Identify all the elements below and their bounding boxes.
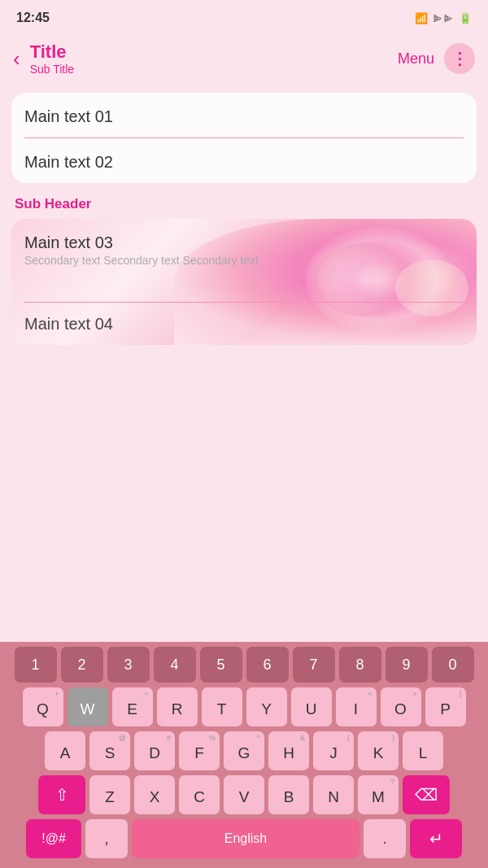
key-p[interactable]: [ P bbox=[425, 687, 466, 726]
key-l[interactable]: L bbox=[403, 731, 443, 770]
char-s: S bbox=[105, 744, 115, 762]
sub-char-o: > bbox=[412, 690, 416, 698]
main-text-1: Main text 01 bbox=[24, 107, 464, 126]
sub-char-h: & bbox=[300, 734, 305, 742]
key-q[interactable]: + Q bbox=[23, 687, 63, 726]
key-x[interactable]: X bbox=[134, 775, 175, 814]
wifi-icon: 📶 bbox=[415, 12, 428, 24]
key-7[interactable]: 7 bbox=[293, 647, 335, 683]
char-p: P bbox=[440, 700, 451, 718]
key-g[interactable]: ^ G bbox=[224, 731, 264, 770]
keyboard-row-asdf: A @ S # D % F ^ G & H ( J ) K bbox=[3, 731, 485, 770]
delete-key[interactable]: ⌫ bbox=[403, 775, 450, 814]
key-u[interactable]: U bbox=[291, 687, 332, 726]
key-1[interactable]: 1 bbox=[15, 647, 57, 683]
key-z[interactable]: Z bbox=[89, 775, 130, 814]
key-d[interactable]: # D bbox=[134, 731, 175, 770]
app-subtitle: Sub Title bbox=[30, 63, 398, 76]
char-d: D bbox=[149, 744, 160, 762]
secondary-text-3: Secondary text Secondary text Secondary … bbox=[24, 254, 464, 267]
sub-char-p: [ bbox=[460, 690, 462, 698]
key-r[interactable]: R bbox=[157, 687, 198, 726]
card-divider bbox=[24, 302, 464, 303]
key-4[interactable]: 4 bbox=[154, 647, 196, 683]
battery-icon: 🔋 bbox=[459, 12, 472, 24]
char-h: H bbox=[283, 744, 294, 762]
key-j[interactable]: ( J bbox=[313, 731, 354, 770]
list-item-1[interactable]: Main text 01 bbox=[24, 93, 464, 138]
card-content: Main text 03 Secondary text Secondary te… bbox=[11, 219, 477, 267]
main-text-2: Main text 02 bbox=[24, 153, 464, 172]
char-k: K bbox=[373, 744, 384, 762]
key-m[interactable]: ? M bbox=[358, 775, 399, 814]
char-n: N bbox=[328, 788, 339, 806]
char-v: V bbox=[239, 788, 250, 806]
shift-key[interactable]: ⇧ bbox=[38, 775, 85, 814]
key-y[interactable]: Y bbox=[246, 687, 287, 726]
main-text-3: Main text 03 bbox=[24, 233, 464, 252]
main-text-4: Main text 04 bbox=[24, 315, 113, 334]
more-button[interactable]: ⋮ bbox=[444, 43, 475, 74]
key-o[interactable]: > O bbox=[381, 687, 421, 726]
char-o: O bbox=[394, 700, 407, 718]
key-k[interactable]: ) K bbox=[358, 731, 399, 770]
app-bar-actions: Menu ⋮ bbox=[398, 43, 475, 74]
title-group: Title Sub Title bbox=[30, 41, 398, 76]
sub-char-m: ? bbox=[390, 778, 394, 786]
app-bar: ‹ Title Sub Title Menu ⋮ bbox=[0, 33, 488, 85]
keyboard-row-bottom: !@# , English . ↵ bbox=[3, 819, 485, 858]
key-a[interactable]: A bbox=[45, 731, 85, 770]
char-i: I bbox=[354, 700, 358, 718]
signal-icon: ⫸⫸ bbox=[433, 12, 454, 24]
space-key[interactable]: English bbox=[132, 819, 359, 858]
char-z: Z bbox=[105, 788, 115, 806]
key-2[interactable]: 2 bbox=[61, 647, 103, 683]
image-card: Main text 03 Secondary text Secondary te… bbox=[11, 219, 477, 345]
char-c: C bbox=[194, 788, 205, 806]
enter-key[interactable]: ↵ bbox=[410, 819, 462, 858]
char-t: T bbox=[217, 700, 227, 718]
char-y: Y bbox=[261, 700, 272, 718]
key-w[interactable]: W bbox=[68, 687, 108, 726]
key-b[interactable]: B bbox=[268, 775, 309, 814]
list-card-1: Main text 01 Main text 02 bbox=[11, 93, 477, 183]
key-i[interactable]: < I bbox=[336, 687, 377, 726]
status-bar: 12:45 📶 ⫸⫸ 🔋 bbox=[0, 0, 488, 33]
list-item-2[interactable]: Main text 02 bbox=[24, 138, 464, 183]
key-h[interactable]: & H bbox=[268, 731, 309, 770]
keyboard-row-qwerty: + Q W ÷ E R T Y U < I > O [ bbox=[3, 687, 485, 726]
char-j: J bbox=[329, 744, 338, 762]
key-5[interactable]: 5 bbox=[200, 647, 242, 683]
key-3[interactable]: 3 bbox=[107, 647, 150, 683]
menu-button[interactable]: Menu bbox=[398, 50, 434, 68]
key-e[interactable]: ÷ E bbox=[112, 687, 153, 726]
back-button[interactable]: ‹ bbox=[13, 46, 20, 72]
keyboard-row-numbers: 1 2 3 4 5 6 7 8 9 0 bbox=[3, 647, 485, 683]
key-v[interactable]: V bbox=[224, 775, 264, 814]
char-w: W bbox=[81, 700, 95, 718]
sub-header: Sub Header bbox=[11, 188, 477, 219]
key-n[interactable]: N bbox=[313, 775, 354, 814]
key-0[interactable]: 0 bbox=[432, 647, 474, 683]
char-l: L bbox=[419, 744, 428, 762]
period-key[interactable]: . bbox=[364, 819, 406, 858]
char-f: F bbox=[194, 744, 204, 762]
char-m: M bbox=[372, 788, 385, 806]
sub-char-i: < bbox=[368, 690, 372, 698]
key-8[interactable]: 8 bbox=[339, 647, 381, 683]
key-t[interactable]: T bbox=[202, 687, 242, 726]
sub-char-f: % bbox=[209, 734, 216, 742]
key-f[interactable]: % F bbox=[179, 731, 220, 770]
keyboard-row-zxcv: ⇧ Z X C V B N ? M ⌫ bbox=[3, 775, 485, 814]
key-6[interactable]: 6 bbox=[246, 647, 289, 683]
key-s[interactable]: @ S bbox=[89, 731, 130, 770]
content-area: Main text 01 Main text 02 Sub Header Mai… bbox=[0, 85, 488, 345]
key-c[interactable]: C bbox=[179, 775, 220, 814]
sub-char-j: ( bbox=[347, 734, 350, 742]
char-b: B bbox=[284, 788, 294, 806]
comma-key[interactable]: , bbox=[85, 819, 128, 858]
key-9[interactable]: 9 bbox=[386, 647, 428, 683]
symbols-key[interactable]: !@# bbox=[26, 819, 81, 858]
char-a: A bbox=[60, 744, 71, 762]
sub-char-s: @ bbox=[119, 734, 126, 742]
